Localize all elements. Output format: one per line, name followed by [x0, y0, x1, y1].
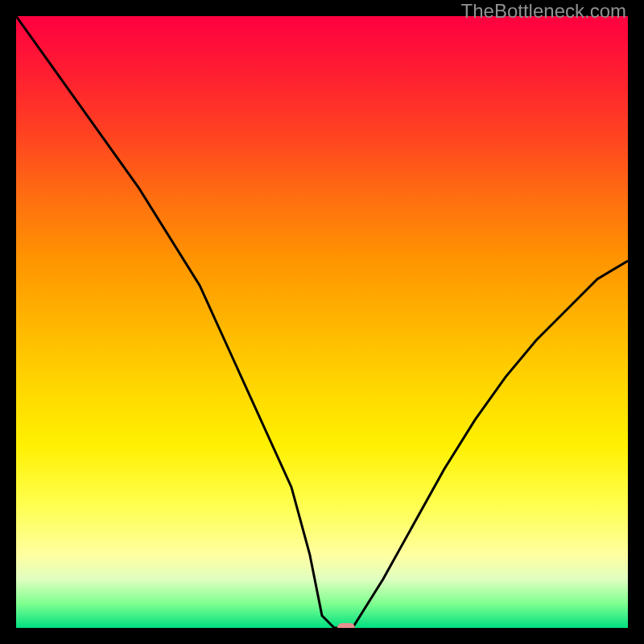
- plot-area: [16, 16, 628, 628]
- chart-container: TheBottleneck.com: [0, 0, 644, 644]
- curve-svg: [16, 16, 628, 628]
- x-axis: [16, 628, 628, 644]
- watermark-text: TheBottleneck.com: [461, 0, 626, 23]
- bottleneck-curve-path: [16, 16, 628, 628]
- y-axis: [0, 16, 16, 628]
